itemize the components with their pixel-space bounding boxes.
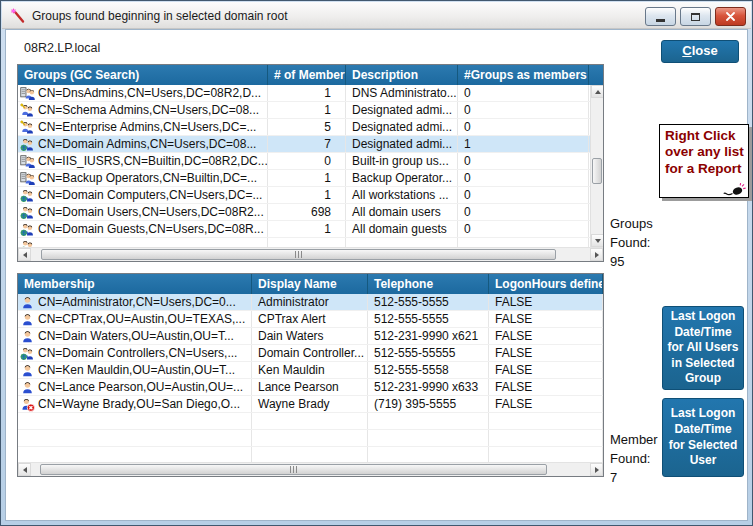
groups-cell-name[interactable]: CN=Schema Admins,CN=Users,DC=08...: [18, 102, 268, 118]
groups-cell-members[interactable]: 7: [268, 136, 346, 152]
members-row[interactable]: CN=Wayne Brady,OU=San Diego,O...Wayne Br…: [18, 396, 603, 413]
groups-row[interactable]: CN=IIS_IUSRS,CN=Builtin,DC=08R2,DC...0Bu…: [18, 153, 590, 170]
members-column-header[interactable]: Telephone: [368, 274, 489, 294]
members-cell-logon_hours[interactable]: FALSE: [489, 311, 603, 327]
vertical-scroll-thumb[interactable]: [592, 158, 602, 184]
members-cell-telephone[interactable]: 512-555-5555: [368, 311, 489, 327]
groups-cell-description[interactable]: Designated admi...: [346, 136, 458, 152]
groups-row[interactable]: CN=Schema Admins,CN=Users,DC=08...1Desig…: [18, 102, 590, 119]
members-cell-telephone[interactable]: 512-231-9990 x633: [368, 379, 489, 395]
members-cell-display_name[interactable]: Lance Pearson: [252, 379, 368, 395]
members-cell-logon_hours[interactable]: FALSE: [489, 345, 603, 361]
horizontal-scroll-thumb[interactable]: [41, 249, 556, 260]
scroll-right-button[interactable]: [590, 463, 603, 476]
members-column-header[interactable]: Display Name: [252, 274, 368, 294]
members-cell-telephone[interactable]: 512-231-9990 x621: [368, 328, 489, 344]
members-cell-name[interactable]: CN=Wayne Brady,OU=San Diego,O...: [18, 396, 252, 412]
groups-cell-groups_as_members[interactable]: 0: [458, 221, 589, 237]
groups-row[interactable]: CN=Domain Admins,CN=Users,DC=08...7Desig…: [18, 136, 590, 153]
members-row[interactable]: CN=CPTrax,OU=Austin,OU=TEXAS,...CPTrax A…: [18, 311, 603, 328]
groups-column-header[interactable]: #Groups as members: [458, 65, 589, 85]
groups-row[interactable]: CN=Backup Operators,CN=Builtin,DC=...1Ba…: [18, 170, 590, 187]
members-cell-logon_hours[interactable]: FALSE: [489, 362, 603, 378]
groups-row[interactable]: CN=Domain Users,CN=Users,DC=08R2...698Al…: [18, 204, 590, 221]
members-row[interactable]: CN=Administrator,CN=Users,DC=0...Adminis…: [18, 294, 603, 311]
horizontal-scroll-track[interactable]: [31, 248, 590, 261]
groups-cell-members[interactable]: 0: [268, 153, 346, 169]
groups-cell-members[interactable]: 1: [268, 170, 346, 186]
groups-vertical-scrollbar[interactable]: [590, 85, 603, 247]
members-cell-logon_hours[interactable]: FALSE: [489, 328, 603, 344]
members-row[interactable]: CN=Dain Waters,OU=Austin,OU=T...Dain Wat…: [18, 328, 603, 345]
groups-cell-name[interactable]: CN=Enterprise Admins,CN=Users,DC=...: [18, 119, 268, 135]
groups-cell-members[interactable]: 1: [268, 85, 346, 101]
members-cell-telephone[interactable]: 512-555-5555: [368, 294, 489, 310]
members-cell-telephone[interactable]: 512-555-5558: [368, 362, 489, 378]
members-cell-telephone[interactable]: 512-555-55555: [368, 345, 489, 361]
groups-cell-name[interactable]: CN=Backup Operators,CN=Builtin,DC=...: [18, 170, 268, 186]
scroll-down-button[interactable]: [591, 234, 604, 247]
minimize-button[interactable]: [645, 7, 676, 26]
groups-cell-description[interactable]: All domain guests: [346, 221, 458, 237]
members-cell-display_name[interactable]: Ken Mauldin: [252, 362, 368, 378]
title-bar[interactable]: Groups found beginning in selected domai…: [2, 2, 751, 29]
scroll-up-button[interactable]: [591, 85, 604, 98]
groups-column-header[interactable]: # of Members: [268, 65, 346, 85]
members-cell-display_name[interactable]: Domain Controller...: [252, 345, 368, 361]
groups-cell-groups_as_members[interactable]: [458, 238, 589, 247]
scroll-right-button[interactable]: [590, 248, 603, 261]
groups-column-header[interactable]: Groups (GC Search): [18, 65, 268, 85]
groups-row[interactable]: CN=Domain Guests,CN=Users,DC=08R...1All …: [18, 221, 590, 238]
members-cell-name[interactable]: CN=Dain Waters,OU=Austin,OU=T...: [18, 328, 252, 344]
members-cell-telephone[interactable]: (719) 395-5555: [368, 396, 489, 412]
groups-row[interactable]: CN=DnsAdmins,CN=Users,DC=08R2,D...1DNS A…: [18, 85, 590, 102]
groups-cell-description[interactable]: [346, 238, 458, 247]
close-window-button[interactable]: [715, 7, 746, 26]
groups-cell-description[interactable]: Built-in group us...: [346, 153, 458, 169]
groups-horizontal-scrollbar[interactable]: [18, 247, 603, 261]
groups-cell-groups_as_members[interactable]: 0: [458, 187, 589, 203]
members-cell-name[interactable]: CN=Lance Pearson,OU=Austin,OU=...: [18, 379, 252, 395]
members-cell-logon_hours[interactable]: FALSE: [489, 379, 603, 395]
groups-cell-name[interactable]: CN=Domain Users,CN=Users,DC=08R2...: [18, 204, 268, 220]
members-cell-name[interactable]: CN=Ken Mauldin,OU=Austin,OU=T...: [18, 362, 252, 378]
groups-row[interactable]: [18, 238, 590, 247]
members-cell-name[interactable]: CN=CPTrax,OU=Austin,OU=TEXAS,...: [18, 311, 252, 327]
groups-cell-members[interactable]: 1: [268, 187, 346, 203]
members-cell-display_name[interactable]: CPTrax Alert: [252, 311, 368, 327]
members-cell-name[interactable]: CN=Domain Controllers,CN=Users,...: [18, 345, 252, 361]
groups-cell-description[interactable]: Backup Operator...: [346, 170, 458, 186]
groups-row[interactable]: CN=Enterprise Admins,CN=Users,DC=...5Des…: [18, 119, 590, 136]
groups-cell-description[interactable]: Designated admi...: [346, 102, 458, 118]
groups-cell-groups_as_members[interactable]: 0: [458, 170, 589, 186]
groups-cell-members[interactable]: 698: [268, 204, 346, 220]
members-horizontal-scrollbar[interactable]: [18, 462, 603, 476]
groups-cell-groups_as_members[interactable]: 0: [458, 153, 589, 169]
groups-cell-name[interactable]: [18, 238, 268, 247]
horizontal-scroll-thumb[interactable]: [40, 464, 547, 475]
members-cell-display_name[interactable]: Administrator: [252, 294, 368, 310]
groups-cell-name[interactable]: CN=Domain Computers,CN=Users,DC=...: [18, 187, 268, 203]
groups-cell-members[interactable]: 1: [268, 221, 346, 237]
groups-row[interactable]: CN=Domain Computers,CN=Users,DC=...1All …: [18, 187, 590, 204]
maximize-button[interactable]: [680, 7, 711, 26]
groups-cell-description[interactable]: All domain users: [346, 204, 458, 220]
members-cell-display_name[interactable]: Dain Waters: [252, 328, 368, 344]
groups-cell-members[interactable]: 1: [268, 102, 346, 118]
members-column-header[interactable]: Membership: [18, 274, 252, 294]
members-cell-logon_hours[interactable]: FALSE: [489, 294, 603, 310]
members-row[interactable]: CN=Ken Mauldin,OU=Austin,OU=T...Ken Maul…: [18, 362, 603, 379]
groups-cell-members[interactable]: [268, 238, 346, 247]
groups-cell-name[interactable]: CN=DnsAdmins,CN=Users,DC=08R2,D...: [18, 85, 268, 101]
groups-cell-groups_as_members[interactable]: 0: [458, 204, 589, 220]
members-row[interactable]: CN=Domain Controllers,CN=Users,...Domain…: [18, 345, 603, 362]
members-cell-display_name[interactable]: Wayne Brady: [252, 396, 368, 412]
close-button[interactable]: Close: [661, 40, 739, 63]
members-cell-name[interactable]: CN=Administrator,CN=Users,DC=0...: [18, 294, 252, 310]
groups-column-header[interactable]: Description: [346, 65, 458, 85]
groups-cell-groups_as_members[interactable]: 0: [458, 119, 589, 135]
scroll-left-button[interactable]: [18, 248, 31, 261]
groups-cell-members[interactable]: 5: [268, 119, 346, 135]
groups-cell-name[interactable]: CN=Domain Admins,CN=Users,DC=08...: [18, 136, 268, 152]
groups-cell-description[interactable]: DNS Administrato...: [346, 85, 458, 101]
